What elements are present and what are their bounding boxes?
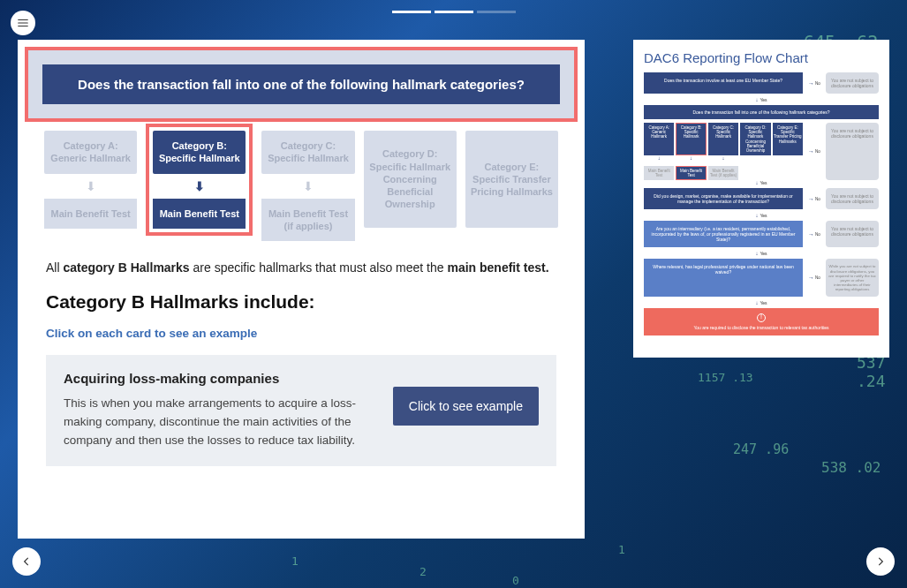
flow-cat-sub xyxy=(740,166,770,180)
arrow-down-icon: ⬇ xyxy=(153,179,246,193)
flow-cat: Category A: Generic Hallmark xyxy=(644,123,674,155)
flow-q3: Did you design, market, organise, make a… xyxy=(644,188,803,209)
flow-arrow-right-icon: →No xyxy=(808,221,820,247)
category-column[interactable]: Category C: Specific Hallmark⬇Main Benef… xyxy=(261,131,354,241)
flow-outcome-no: You are not subject to disclosure obliga… xyxy=(826,72,879,94)
flow-cat-sub: Main Benefit Test xyxy=(676,166,706,180)
progress-indicator xyxy=(392,11,516,13)
category-box: Category B: Specific Hallmark xyxy=(153,131,246,174)
flow-outcome-no: You are not subject to disclosure obliga… xyxy=(826,221,879,247)
example-card: Acquiring loss-making companies This is … xyxy=(46,355,556,466)
category-column[interactable]: Category B: Specific Hallmark⬇Main Benef… xyxy=(146,124,253,236)
flow-cat-sub xyxy=(773,166,803,180)
flow-arrow-right-icon: →No xyxy=(808,188,820,209)
menu-button[interactable] xyxy=(11,11,35,35)
category-sub: Main Benefit Test (if applies) xyxy=(261,199,354,242)
category-box: Category D: Specific Hallmark Concerning… xyxy=(364,131,457,228)
flow-arrow-down-icon: ↓Yes xyxy=(644,251,879,259)
flow-cat: Category D: Specific Hallmark Concerning… xyxy=(740,123,770,155)
prev-button[interactable] xyxy=(12,547,41,576)
main-content-panel: Does the transaction fall into one of th… xyxy=(18,40,585,539)
category-box: Category A: Generic Hallmark xyxy=(44,131,137,174)
arrow-down-icon: ⬇ xyxy=(44,179,137,193)
flow-final-text: You are required to disclose the transac… xyxy=(693,325,828,330)
flow-final: You are required to disclose the transac… xyxy=(644,308,879,335)
category-box: Category E: Specific Transfer Pricing Ha… xyxy=(465,131,558,228)
category-box: Category C: Specific Hallmark xyxy=(261,131,354,174)
card-title: Acquiring loss-making companies xyxy=(64,371,375,386)
question-banner-highlight: Does the transaction fall into one of th… xyxy=(25,47,578,122)
intro-bold: category B Hallmarks xyxy=(63,260,189,275)
flow-cat-sub: Main Benefit Test xyxy=(644,166,674,180)
card-body: This is when you make arrangements to ac… xyxy=(64,395,375,450)
intro-text: All xyxy=(46,260,63,275)
flow-outcome-no: You are not subject to disclosure obliga… xyxy=(826,188,879,209)
flow-q1: Does the transaction involve at least on… xyxy=(644,72,803,94)
flow-arrow-down-icon: ↓Yes xyxy=(644,300,879,308)
body-text: All category B Hallmarks are specific ha… xyxy=(18,241,585,343)
flowchart-title: DAC6 Reporting Flow Chart xyxy=(644,50,879,65)
arrow-down-icon: ⬇ xyxy=(261,179,354,193)
flow-outcome-no: You are not subject to disclosure obliga… xyxy=(826,123,879,180)
flow-arrow-right-icon: →No xyxy=(808,123,820,180)
category-sub: Main Benefit Test xyxy=(44,199,137,229)
flow-cat: Category C: Specific Hallmark xyxy=(708,123,738,155)
flowchart-panel: DAC6 Reporting Flow Chart Does the trans… xyxy=(633,40,889,358)
flow-arrow-down-icon: ↓Yes xyxy=(644,97,879,105)
question-banner: Does the transaction fall into one of th… xyxy=(42,64,560,104)
alert-icon xyxy=(757,313,766,322)
intro-bold: main benefit test. xyxy=(447,260,548,275)
section-heading: Category B Hallmarks include: xyxy=(46,288,556,316)
flow-arrow-down-icon: ↓Yes xyxy=(644,180,879,188)
category-sub: Main Benefit Test xyxy=(153,199,246,229)
flow-cat-sub: Main Benefit Test (if applies) xyxy=(708,166,738,180)
intro-text: are specific hallmarks that must also me… xyxy=(190,260,448,275)
next-button[interactable] xyxy=(866,547,895,576)
flow-cat-subs: Main Benefit TestMain Benefit TestMain B… xyxy=(644,166,803,180)
flow-arrow-right-icon: →No xyxy=(808,72,820,94)
category-row: Category A: Generic Hallmark⬇Main Benefi… xyxy=(18,122,585,241)
flow-arrow-down-icon: ↓Yes xyxy=(644,213,879,221)
flow-q5: Where relevant, has legal professional p… xyxy=(644,259,803,297)
flow-q2: Does the transaction fall into one of th… xyxy=(644,105,879,119)
flow-q4: Are you an intermediary (i.e. a tax resi… xyxy=(644,221,803,247)
flow-outcome-long: While you are not subject to disclosure … xyxy=(826,259,879,297)
flow-arrow-right-icon: →No xyxy=(808,259,820,297)
flow-cat: Category B: Specific Hallmark xyxy=(676,123,706,155)
category-column[interactable]: Category D: Specific Hallmark Concerning… xyxy=(364,131,457,228)
instruction-link[interactable]: Click on each card to see an example xyxy=(46,325,556,343)
intro-paragraph: All category B Hallmarks are specific ha… xyxy=(46,259,556,277)
category-column[interactable]: Category E: Specific Transfer Pricing Ha… xyxy=(465,131,558,228)
see-example-button[interactable]: Click to see example xyxy=(393,387,539,426)
flow-categories: Category A: Generic HallmarkCategory B: … xyxy=(644,123,803,155)
category-column[interactable]: Category A: Generic Hallmark⬇Main Benefi… xyxy=(44,131,137,229)
flow-cat: Category E: Specific Transfer Pricing Ha… xyxy=(773,123,803,155)
